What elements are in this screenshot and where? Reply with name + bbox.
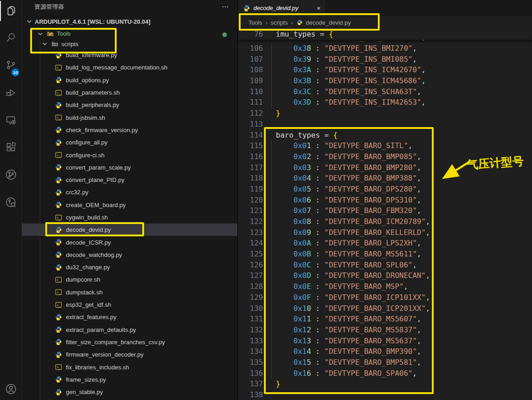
file-row[interactable]: decode_devid.py xyxy=(22,224,237,236)
file-row[interactable]: check_firmware_version.py xyxy=(22,124,237,136)
file-row[interactable]: >_build_log_message_documentation.sh xyxy=(22,61,237,74)
code-line[interactable]: 118 0x04 : "DEVTYPE_BARO_BMP388", xyxy=(238,173,532,184)
code-line[interactable]: 116 0x02 : "DEVTYPE_BARO_BMP085", xyxy=(238,151,532,162)
code-line[interactable]: 130 0x10 : "DEVTYPE_BARO_ICP201XX", xyxy=(238,303,532,314)
code-line[interactable]: 115 0x01 : "DEVTYPE_BARO_SITL", xyxy=(238,140,532,151)
file-row[interactable]: du32_change.py xyxy=(22,261,237,273)
file-row[interactable]: create_OEM_board.py xyxy=(22,199,237,211)
file-row[interactable]: >_build-jsbsim.sh xyxy=(22,111,237,123)
file-row[interactable]: build_peripherals.py xyxy=(22,99,237,111)
editor-group: decode_devid.py × Tools › scripts › deco… xyxy=(238,0,532,400)
code-line[interactable]: 76imu_types = { xyxy=(238,29,532,40)
file-row[interactable]: extract_param_defaults.py xyxy=(22,324,237,336)
code-line[interactable]: 112} xyxy=(238,108,532,119)
code-line[interactable]: 138 xyxy=(238,389,532,400)
gitlens-inspect-icon[interactable] xyxy=(0,192,22,213)
run-and-debug-icon[interactable] xyxy=(0,83,22,103)
file-row[interactable]: >_esp32_get_idf.sh xyxy=(22,299,237,311)
line-number: 115 xyxy=(238,140,263,151)
line-number: 137 xyxy=(238,379,263,389)
file-row[interactable]: >_build_parameters.sh xyxy=(22,86,237,99)
code-area[interactable]: 106 0x38 : "DEVTYPE_INS_BMI270",107 0x39… xyxy=(238,43,532,400)
breadcrumb-item-scripts[interactable]: scripts xyxy=(271,19,288,26)
file-row[interactable]: >_dumpcore.sh xyxy=(22,273,237,286)
code-line[interactable]: 108 0x3A : "DEVTYPE_INS_ICM42670", xyxy=(238,64,532,75)
explorer-icon[interactable] xyxy=(0,1,22,21)
extensions-icon[interactable] xyxy=(0,137,22,157)
code-line[interactable]: 128 0x0E : "DEVTYPE_BARO_MSP", xyxy=(238,281,532,292)
file-label: decode_ICSR.py xyxy=(66,239,111,246)
line-number: 120 xyxy=(238,195,263,206)
code-line[interactable]: 121 0x07 : "DEVTYPE_BARO_FBM320", xyxy=(238,205,532,216)
file-row[interactable]: >_fix_libraries_includes.sh xyxy=(22,361,237,373)
code-line[interactable]: 120 0x06 : "DEVTYPE_BARO_DPS310", xyxy=(238,195,532,206)
more-actions-icon[interactable]: ⋯ xyxy=(219,0,232,14)
code-line[interactable]: 109 0x3B : "DEVTYPE_INS_ICM45686", xyxy=(238,75,532,86)
tab-close-icon[interactable]: × xyxy=(317,4,321,12)
file-row[interactable]: >_cygwin_build.sh xyxy=(22,211,237,224)
code-line[interactable]: 129 0x0F : "DEVTYPE_BARO_ICP101XX", xyxy=(238,292,532,303)
code-line[interactable]: 135 0x15 : "DEVTYPE_BARO_BMP581", xyxy=(238,357,532,368)
code-line[interactable]: 134 0x14 : "DEVTYPE_BARO_BMP390", xyxy=(238,346,532,357)
file-row[interactable]: build_options.py xyxy=(22,74,237,86)
line-number: 132 xyxy=(238,325,263,336)
code-line[interactable]: 114baro_types = { xyxy=(238,130,532,141)
breadcrumb-item-tools[interactable]: Tools xyxy=(248,19,262,26)
code-line[interactable]: 111 0x3D : "DEVTYPE_INS_IIM42653", xyxy=(238,97,532,108)
chevron-down-icon xyxy=(26,18,33,25)
code-line[interactable]: 125 0x0B : "DEVTYPE_BARO_MS5611", xyxy=(238,249,532,260)
file-row[interactable]: filter_size_compare_branches_csv.py xyxy=(22,336,237,348)
code-line[interactable]: 124 0x0A : "DEVTYPE_BARO_LPS2XH", xyxy=(238,238,532,249)
python-icon xyxy=(55,239,62,246)
gitlens-icon[interactable] xyxy=(0,165,22,185)
file-row[interactable]: gen_stable.py xyxy=(22,386,237,398)
file-row[interactable]: build_iofirmware.py xyxy=(22,49,237,61)
file-row[interactable]: convert_plane_PID.py xyxy=(22,174,237,186)
file-row[interactable]: decode_ICSR.py xyxy=(22,236,237,248)
code-line[interactable]: 119 0x05 : "DEVTYPE_BARO_DPS280", xyxy=(238,184,532,195)
folder-row-tools[interactable]: Tools xyxy=(22,28,237,39)
code-line[interactable]: 137} xyxy=(238,379,532,389)
code-line[interactable]: 113 xyxy=(238,119,532,130)
sticky-scroll-line[interactable]: 76imu_types = { xyxy=(238,29,532,40)
code-line[interactable]: 136 0x16 : "DEVTYPE_BARO_SPA06", xyxy=(238,368,532,379)
code-line[interactable]: 117 0x03 : "DEVTYPE_BARO_BMP280", xyxy=(238,162,532,173)
code-line[interactable]: 126 0x0C : "DEVTYPE_BARO_SPL06", xyxy=(238,260,532,271)
file-row[interactable]: >_dumpstack.sh xyxy=(22,286,237,299)
file-row[interactable]: configure_all.py xyxy=(22,136,237,149)
code-line[interactable]: 110 0x3C : "DEVTYPE_INS_SCHA63T", xyxy=(238,86,532,97)
file-row[interactable]: crc32.py xyxy=(22,186,237,198)
tab-decode-devid[interactable]: decode_devid.py × xyxy=(238,0,325,16)
python-icon xyxy=(55,389,62,396)
code-line[interactable]: 107 0x39 : "DEVTYPE_INS_BMI085", xyxy=(238,54,532,65)
code-line[interactable]: 123 0x09 : "DEVTYPE_BARO_KELLERLD", xyxy=(238,227,532,238)
breadcrumb-item-file[interactable]: decode_devid.py xyxy=(306,19,351,26)
line-number: 134 xyxy=(238,346,263,357)
code-line[interactable]: 127 0x0D : "DEVTYPE_BARO_DRONECAN", xyxy=(238,270,532,281)
code-line[interactable]: 131 0x11 : "DEVTYPE_BARO_MS5607", xyxy=(238,314,532,325)
code-line[interactable]: 105 0x37 : "DEVTYPE_INS_ICM40605", xyxy=(238,40,532,43)
code-line[interactable]: 122 0x08 : "DEVTYPE_BARO_ICM20789", xyxy=(238,216,532,227)
code-line[interactable]: 132 0x12 : "DEVTYPE_BARO_MS5837", xyxy=(238,325,532,336)
search-icon[interactable] xyxy=(0,27,22,48)
folder-row-scripts[interactable]: scripts xyxy=(22,39,237,49)
code-line-content: 0x15 : "DEVTYPE_BARO_BMP581", xyxy=(276,358,421,367)
python-icon xyxy=(55,176,62,184)
project-root-row[interactable]: ARDUPILOT_4.6.1 [WSL: UBUNTU-20.04] xyxy=(22,16,237,27)
svg-text:>_: >_ xyxy=(57,365,61,369)
remote-explorer-icon[interactable] xyxy=(0,110,22,130)
code-line-content: 0x05 : "DEVTYPE_BARO_DPS280", xyxy=(276,185,421,193)
code-line[interactable]: 106 0x38 : "DEVTYPE_INS_BMI270", xyxy=(238,43,532,54)
python-icon xyxy=(243,5,250,12)
code-line[interactable]: 133 0x13 : "DEVTYPE_BARO_MS5637", xyxy=(238,336,532,347)
file-row[interactable]: >_configure-ci.sh xyxy=(22,149,237,161)
svg-text:>_: >_ xyxy=(57,290,61,294)
file-row[interactable]: decode_watchdog.py xyxy=(22,249,237,261)
file-row[interactable]: frame_sizes.py xyxy=(22,373,237,386)
file-row[interactable]: firmware_version_decoder.py xyxy=(22,348,237,361)
file-label: crc32.py xyxy=(66,189,88,196)
code-line-content: 0x3D : "DEVTYPE_INS_IIM42653", xyxy=(276,98,426,107)
file-row[interactable]: convert_param_scale.py xyxy=(22,161,237,174)
account-icon[interactable] xyxy=(0,379,22,399)
file-row[interactable]: extract_features.py xyxy=(22,311,237,323)
